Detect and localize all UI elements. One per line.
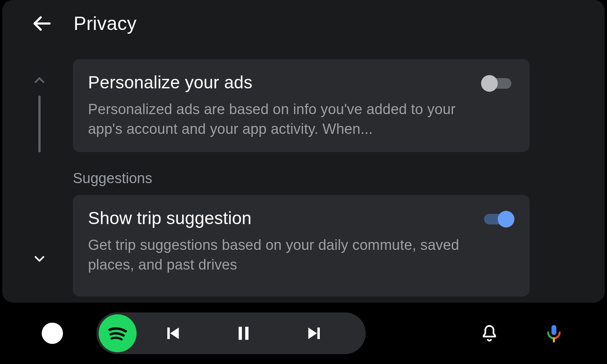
settings-list: Personalize your ads Personalized ads ar…: [73, 59, 530, 297]
system-bar: [0, 303, 607, 364]
voice-assistant-button[interactable]: [543, 322, 565, 345]
chevron-up-icon: [33, 74, 46, 87]
setting-title: Show trip suggestion: [88, 208, 252, 228]
settings-panel: Privacy Personalize your ads Pers: [2, 0, 605, 303]
screen: Privacy Personalize your ads Pers: [0, 0, 607, 364]
toggle-personalize-ads[interactable]: [481, 74, 514, 93]
scroll-down-button[interactable]: [31, 250, 48, 267]
scroll-indicator: [30, 72, 49, 267]
scroll-track: [38, 96, 41, 152]
next-track-button[interactable]: [279, 323, 351, 343]
media-app-spotify[interactable]: [99, 314, 137, 352]
spotify-icon: [105, 321, 130, 345]
svg-rect-0: [552, 325, 557, 335]
media-controls: [96, 312, 366, 354]
setting-title: Personalize your ads: [88, 72, 253, 93]
google-mic-icon: [544, 323, 564, 343]
bell-icon: [480, 323, 499, 343]
skip-previous-icon: [162, 323, 182, 343]
setting-trip-suggestion[interactable]: Show trip suggestion Get trip suggestion…: [73, 195, 530, 297]
setting-description: Personalized ads are based on info you'v…: [88, 99, 460, 139]
skip-next-icon: [305, 323, 325, 343]
back-button[interactable]: [30, 11, 55, 36]
scroll-up-button[interactable]: [31, 72, 48, 89]
setting-description: Get trip suggestions based on your daily…: [88, 235, 460, 275]
arrow-left-icon: [32, 13, 53, 34]
system-actions: [478, 322, 565, 345]
page-title: Privacy: [74, 13, 137, 35]
toggle-trip-suggestion[interactable]: [481, 210, 514, 228]
play-pause-button[interactable]: [208, 323, 279, 343]
header: Privacy: [30, 11, 137, 36]
setting-personalize-ads[interactable]: Personalize your ads Personalized ads ar…: [73, 59, 530, 152]
pause-icon: [234, 323, 253, 343]
chevron-down-icon: [33, 252, 46, 265]
home-button[interactable]: [42, 323, 63, 344]
previous-track-button[interactable]: [137, 323, 208, 343]
section-label-suggestions: Suggestions: [73, 170, 530, 187]
notifications-button[interactable]: [478, 322, 501, 345]
